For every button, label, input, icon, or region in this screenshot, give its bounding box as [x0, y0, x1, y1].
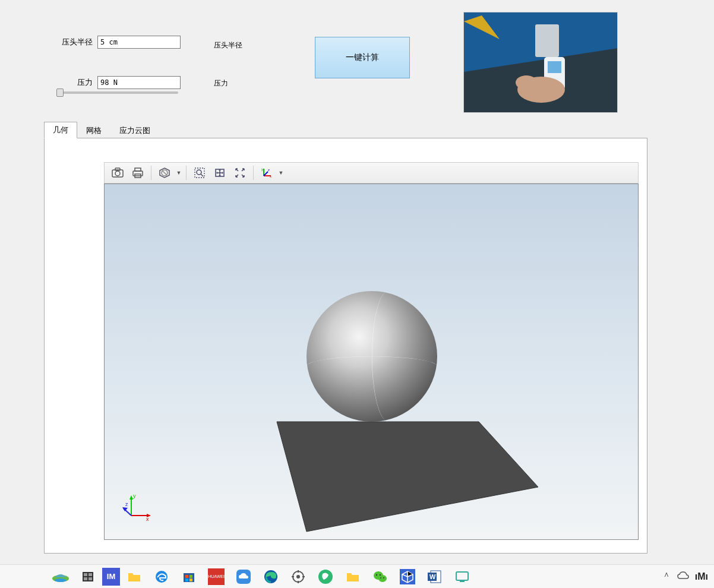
files-icon[interactable] [121, 567, 147, 586]
tab-content: ▼ xyz ▼ [44, 138, 647, 554]
svg-rect-41 [184, 573, 194, 582]
store-icon[interactable] [176, 567, 202, 586]
svg-point-49 [296, 575, 300, 578]
svg-rect-2 [535, 24, 559, 57]
folder-icon[interactable] [340, 567, 366, 586]
svg-text:y: y [261, 167, 263, 171]
edge-legacy-icon[interactable] [149, 567, 175, 586]
huawei-icon[interactable]: HUAWEI [203, 567, 229, 586]
x-axis-label: x [146, 516, 149, 521]
cloud-icon[interactable] [230, 567, 257, 586]
tray-expand-icon[interactable]: ㅤ＾ [662, 570, 671, 583]
pressure-label: 压力 [57, 77, 93, 88]
radius-label-2: 压头半径 [214, 40, 242, 50]
tab-stress[interactable]: 应力云图 [110, 122, 159, 138]
svg-rect-44 [185, 578, 188, 581]
zoom-window-icon[interactable] [190, 165, 209, 181]
dev-icon[interactable] [449, 567, 475, 586]
camera-icon[interactable] [108, 165, 127, 181]
pressure-label-2: 压力 [214, 78, 228, 88]
viewport-3d[interactable]: y x z [104, 184, 639, 540]
sphere-geometry [307, 291, 437, 422]
preview-image [463, 12, 618, 113]
svg-point-57 [376, 574, 377, 575]
tab-mesh[interactable]: 网格 [77, 122, 110, 138]
slider-thumb[interactable] [56, 88, 64, 97]
svg-rect-11 [135, 168, 141, 171]
svg-point-17 [197, 170, 201, 175]
print-icon[interactable] [128, 165, 147, 181]
taskbar: IM HUAWEI W ㅤ＾ ıMı [0, 564, 714, 588]
toolbar-separator [253, 166, 254, 180]
svg-rect-43 [189, 575, 192, 578]
fit-icon[interactable] [230, 165, 249, 181]
pressure-slider[interactable] [59, 91, 178, 94]
svg-point-60 [383, 577, 384, 578]
axis-triad: y x z [122, 492, 152, 521]
svg-marker-26 [277, 422, 538, 532]
svg-rect-37 [89, 573, 92, 576]
word-icon[interactable]: W [422, 567, 448, 586]
plate-geometry [223, 416, 538, 535]
edge-icon[interactable] [258, 567, 284, 586]
tabs-container: 几何 网格 应力云图 ▼ [44, 122, 647, 554]
calculate-button[interactable]: 一键计算 [315, 37, 410, 78]
axes-dropdown-icon[interactable]: ▼ [277, 170, 285, 176]
tab-strip: 几何 网格 应力云图 [44, 122, 647, 138]
bird-icon[interactable] [312, 567, 339, 586]
svg-point-56 [378, 575, 387, 582]
svg-rect-9 [115, 168, 120, 170]
svg-line-22 [264, 172, 268, 176]
toolbar-separator [151, 166, 151, 180]
system-tray: ㅤ＾ ıMı [662, 570, 708, 583]
tab-geometry[interactable]: 几何 [44, 122, 77, 138]
radius-label: 压头半径 [57, 37, 93, 48]
svg-point-34 [55, 578, 67, 582]
svg-line-18 [201, 174, 203, 176]
svg-point-6 [516, 75, 537, 90]
taskview-icon[interactable] [75, 567, 101, 586]
svg-point-58 [380, 574, 381, 575]
svg-rect-39 [89, 577, 92, 580]
pressure-row: 压力 [57, 76, 181, 89]
tray-mi-icon[interactable]: ıMı [695, 571, 708, 582]
block-dropdown-icon[interactable]: ▼ [175, 170, 182, 176]
settings-icon[interactable] [285, 567, 311, 586]
top-panel: 压头半径 压力 压头半径 压力 一键计算 [0, 0, 714, 119]
svg-rect-45 [189, 578, 192, 581]
y-axis-label: y [133, 493, 136, 499]
pan-icon[interactable] [210, 165, 229, 181]
cube-app-icon[interactable] [394, 567, 421, 586]
svg-rect-36 [84, 573, 87, 576]
svg-point-59 [380, 577, 381, 578]
svg-text:W: W [429, 573, 436, 580]
svg-rect-66 [460, 580, 465, 582]
z-axis-label: z [125, 501, 128, 507]
app-im-icon[interactable]: IM [102, 568, 120, 586]
svg-rect-42 [185, 575, 188, 578]
axes-icon[interactable]: xyz [257, 165, 276, 181]
wechat-icon[interactable] [367, 567, 393, 586]
pressure-input[interactable] [97, 76, 181, 89]
radius-input[interactable] [97, 36, 181, 49]
svg-rect-38 [84, 577, 87, 580]
svg-line-15 [162, 170, 167, 175]
svg-rect-65 [456, 572, 468, 580]
svg-rect-4 [548, 61, 561, 73]
radius-row: 压头半径 [57, 36, 181, 49]
start-icon[interactable] [48, 567, 74, 586]
svg-point-8 [115, 171, 120, 176]
svg-text:x: x [270, 175, 271, 178]
block-icon[interactable] [155, 165, 174, 181]
tray-cloud-icon[interactable] [677, 571, 689, 582]
svg-text:z: z [268, 168, 270, 172]
viewer-toolbar: ▼ xyz ▼ [104, 162, 639, 184]
toolbar-separator [186, 166, 187, 180]
